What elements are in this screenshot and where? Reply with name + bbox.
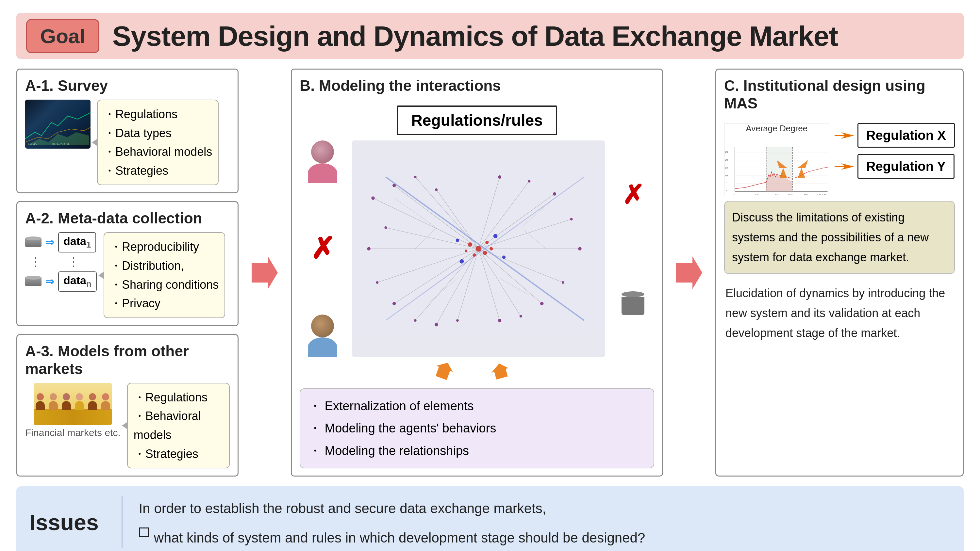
- a1-bullet-4: ・Strategies: [103, 161, 212, 180]
- svg-point-40: [493, 234, 498, 238]
- svg-text:20: 20: [725, 159, 728, 161]
- svg-point-58: [570, 218, 573, 221]
- svg-marker-65: [676, 256, 702, 289]
- svg-text:15: 15: [725, 166, 728, 169]
- svg-point-48: [376, 281, 379, 284]
- issues-bullet-1-text: what kinds of system and rules in which …: [154, 526, 645, 550]
- right-of-network: ✗: [612, 140, 654, 357]
- a3-callout: ・Regulations ・Behavioral models ・Strateg…: [127, 383, 230, 468]
- svg-marker-2: [251, 256, 278, 289]
- db-cylinder-1: [25, 237, 41, 248]
- b-title: B. Modeling the interactions: [300, 77, 654, 94]
- c-title: C. Institutional design using MAS: [724, 77, 955, 112]
- svg-text:5: 5: [726, 182, 727, 185]
- agent-bottom: [300, 314, 345, 357]
- svg-text:0: 0: [733, 193, 735, 196]
- svg-point-41: [456, 238, 459, 242]
- b-reg-container: Regulations/rules: [300, 105, 654, 135]
- a3-bullet-3: ・Strategies: [134, 445, 223, 464]
- svg-point-45: [414, 176, 417, 178]
- svg-point-38: [490, 247, 493, 250]
- db-right: [622, 291, 644, 315]
- a2-content: ⇒ data1 ⋮ ⋮ ⇒ datan: [25, 232, 230, 318]
- agent-head-top: [311, 140, 334, 163]
- arrow-left-to-b: [248, 68, 281, 476]
- person-4: [75, 393, 84, 410]
- a2-title: A-2. Meta-data collection: [25, 210, 230, 227]
- svg-text:1200: 1200: [822, 193, 827, 196]
- a1-bullet-3: ・Behavioral models: [103, 142, 212, 161]
- middle-column: B. Modeling the interactions Regulations…: [291, 68, 663, 476]
- agent-body-top: [308, 163, 337, 183]
- reg-y-container: Regulation Y: [835, 154, 955, 179]
- svg-point-55: [540, 302, 543, 305]
- issues-section: Issues In order to establish the robust …: [16, 486, 964, 551]
- svg-point-59: [553, 192, 556, 195]
- red-x-left: ✗: [300, 234, 345, 263]
- header: Goal System Design and Dynamics of Data …: [16, 13, 964, 59]
- svg-point-60: [528, 180, 531, 183]
- regulations-box: Regulations/rules: [397, 105, 557, 135]
- issues-main-text: In order to establish the robust and sec…: [139, 496, 645, 521]
- svg-point-51: [434, 323, 438, 326]
- svg-point-39: [460, 259, 464, 264]
- right-column: C. Institutional design using MAS Averag…: [715, 68, 964, 476]
- svg-point-56: [562, 281, 564, 284]
- market-image: [33, 383, 112, 425]
- person-6: [101, 393, 110, 410]
- issues-divider: [122, 496, 123, 548]
- b-bullet-1: ・ Externalization of elements: [309, 395, 645, 417]
- db-row-2: ⇒ datan: [25, 272, 97, 292]
- section-a2: A-2. Meta-data collection ⇒ data1 ⋮ ⋮: [16, 201, 239, 326]
- network-area: ✗: [300, 140, 654, 357]
- a1-title: A-1. Survey: [25, 77, 230, 94]
- b-bullet-2: ・ Modeling the agents' behaviors: [309, 417, 645, 439]
- data-label-n: datan: [58, 272, 97, 292]
- svg-point-44: [393, 184, 396, 187]
- arrow-2: ⇒: [45, 275, 54, 288]
- c-elucidation: Elucidation of dynamics by introducing t…: [724, 280, 955, 346]
- person-5: [88, 393, 97, 410]
- svg-point-46: [384, 226, 387, 229]
- c-discuss: Discuss the limitations of existing syst…: [724, 201, 955, 274]
- agent-top: [300, 140, 345, 183]
- section-b: B. Modeling the interactions Regulations…: [291, 68, 663, 476]
- svg-text:10742:53.84: 10742:53.84: [51, 142, 70, 146]
- arrow-1: ⇒: [45, 236, 54, 249]
- a2-bullet-3: ・Sharing conditions: [110, 275, 219, 294]
- a2-bullet-2: ・Distribution,: [110, 256, 219, 275]
- a3-title: A-3. Models from other markets: [25, 342, 230, 378]
- svg-point-35: [473, 254, 476, 257]
- svg-point-43: [371, 196, 374, 200]
- person-3: [62, 393, 71, 410]
- issues-badge: Issues: [29, 496, 115, 548]
- person-1: [36, 393, 45, 410]
- svg-text:0: 0: [726, 190, 727, 193]
- svg-point-50: [414, 319, 417, 322]
- page-title: System Design and Dynamics of Data Excha…: [112, 20, 838, 52]
- svg-text:800: 800: [804, 193, 808, 196]
- a3-content: Financial markets etc. ・Regulations ・Beh…: [25, 383, 230, 468]
- a2-bullet-1: ・Reproducibility: [110, 237, 219, 256]
- data-label-1: data1: [58, 232, 96, 252]
- section-a1: A-1. Survey 0-045 10742:53.84 ・Regulatio…: [16, 68, 239, 193]
- a1-callout: ・Regulations ・Data types ・Behavioral mod…: [97, 100, 219, 185]
- database-icons: ⇒ data1 ⋮ ⋮ ⇒ datan: [25, 232, 97, 292]
- dots-1: ⋮ ⋮: [25, 255, 97, 269]
- svg-text:25: 25: [725, 151, 728, 154]
- red-x-right: ✗: [622, 182, 644, 208]
- svg-text:0-045: 0-045: [29, 142, 37, 146]
- svg-text:1000: 1000: [815, 193, 821, 196]
- section-c: C. Institutional design using MAS Averag…: [715, 68, 964, 476]
- svg-point-42: [502, 256, 506, 259]
- svg-marker-94: [835, 163, 854, 170]
- svg-marker-64: [490, 362, 511, 380]
- regulation-labels: Regulation X Regulation Y: [835, 123, 955, 179]
- a1-content: 0-045 10742:53.84 ・Regulations ・Data typ…: [25, 100, 230, 185]
- issues-text: In order to establish the robust and sec…: [129, 496, 645, 548]
- svg-point-61: [498, 175, 501, 179]
- svg-point-32: [468, 242, 472, 246]
- svg-marker-63: [433, 362, 455, 381]
- c-top: Average Degree: [724, 123, 955, 195]
- svg-point-52: [456, 319, 459, 322]
